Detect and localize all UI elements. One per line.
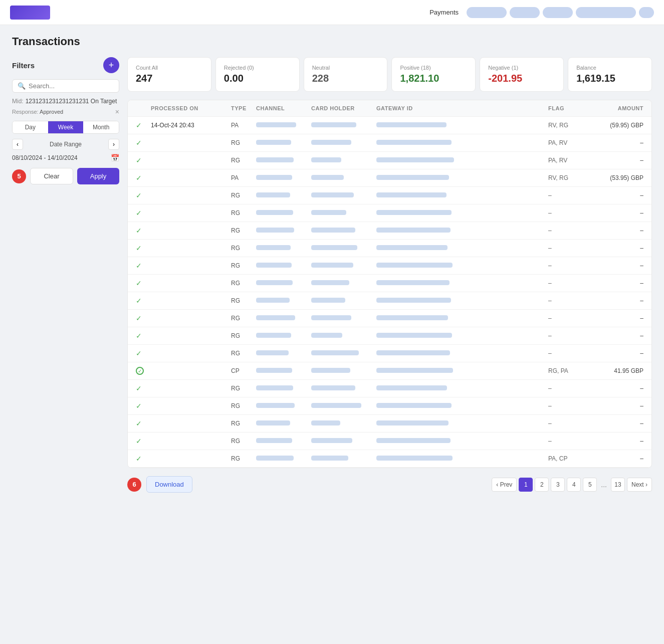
row-holder (311, 385, 376, 392)
table-row[interactable]: ✓ RG – – (128, 222, 651, 240)
add-filter-button[interactable]: + (103, 57, 119, 73)
apply-button[interactable]: Apply (77, 168, 119, 184)
next-page-button[interactable]: Next › (627, 478, 652, 492)
date-range-label: Date Range (50, 141, 82, 148)
table-row[interactable]: ✓ RG – – (128, 433, 651, 450)
page-1-button[interactable]: 1 (519, 478, 533, 492)
table-row[interactable]: ✓ RG PA, RV – (128, 134, 651, 152)
row-holder (311, 297, 376, 304)
table-row[interactable]: ✓ RG PA, CP – (128, 450, 651, 468)
row-amount: – (593, 385, 643, 392)
stat-rejected: Rejected (0) 0.00 (215, 57, 300, 92)
search-box[interactable]: 🔍 (12, 79, 119, 93)
nav-payments[interactable]: Payments (429, 9, 459, 16)
header-controls (467, 7, 654, 18)
row-holder (311, 438, 376, 445)
table-row[interactable]: ✓ RG – – (128, 187, 651, 204)
row-amount: – (593, 280, 643, 287)
row-holder (311, 315, 376, 322)
page-5-button[interactable]: 5 (583, 478, 597, 492)
row-check-icon: ✓ (136, 156, 151, 164)
row-type: PA (231, 122, 256, 129)
table-row[interactable]: ✓ RG – – (128, 397, 651, 415)
row-flag: – (548, 350, 593, 357)
row-type: PA (231, 174, 256, 181)
table-row[interactable]: ✓ RG – – (128, 345, 651, 362)
date-prev-button[interactable]: ‹ (12, 139, 23, 150)
month-button[interactable]: Month (83, 121, 119, 133)
table-row[interactable]: ✓ PA RV, RG (53.95) GBP (128, 169, 651, 187)
row-holder (311, 209, 376, 217)
row-channel (256, 455, 311, 462)
table-row[interactable]: ✓ RG – – (128, 257, 651, 275)
row-gateway (376, 420, 548, 427)
row-holder (311, 350, 376, 357)
remove-response-filter[interactable]: × (115, 108, 119, 116)
clear-button[interactable]: Clear (30, 168, 73, 184)
row-type: RG (231, 262, 256, 269)
week-button[interactable]: Week (48, 121, 84, 133)
table-row[interactable]: ✓ CP RG, PA 41.95 GBP (128, 362, 651, 380)
header-pill-1 (467, 7, 507, 18)
row-check-icon: ✓ (136, 332, 151, 340)
row-gateway (376, 350, 548, 357)
table-row[interactable]: ✓ RG – – (128, 380, 651, 397)
page-3-button[interactable]: 3 (551, 478, 565, 492)
row-channel (256, 209, 311, 217)
row-channel (256, 420, 311, 427)
row-flag: RV, RG (548, 174, 593, 181)
stat-count-all: Count All 247 (127, 57, 211, 92)
row-flag: PA, RV (548, 157, 593, 164)
row-check-icon: ✓ (136, 209, 151, 217)
th-gateway-id: GATEWAY ID (376, 105, 548, 111)
row-channel (256, 332, 311, 339)
row-type: RG (231, 420, 256, 427)
stat-negative-value: -201.95 (488, 73, 555, 84)
prev-page-button[interactable]: ‹ Prev (492, 478, 517, 492)
row-check-icon: ✓ (136, 437, 151, 445)
table-row[interactable]: ✓ RG PA, RV – (128, 152, 651, 169)
row-date: 14-Oct-24 20:43 (151, 122, 231, 129)
day-button[interactable]: Day (13, 121, 48, 133)
download-button[interactable]: Download (146, 476, 192, 493)
stat-balance-label: Balance (576, 65, 643, 71)
stat-neutral-label: Neutral (312, 65, 379, 71)
table-row[interactable]: ✓ RG – – (128, 415, 651, 433)
row-channel (256, 245, 311, 252)
row-amount: – (593, 297, 643, 304)
search-input[interactable] (29, 82, 114, 90)
table-row[interactable]: ✓ RG – – (128, 292, 651, 310)
row-holder (311, 420, 376, 427)
table-row[interactable]: ✓ RG – – (128, 240, 651, 257)
row-check-icon: ✓ (136, 262, 151, 270)
row-gateway (376, 209, 548, 217)
table-row[interactable]: ✓ RG – – (128, 204, 651, 222)
row-flag: – (548, 402, 593, 409)
row-gateway (376, 402, 548, 409)
table-row[interactable]: ✓ 14-Oct-24 20:43 PA RV, RG (59.95) GBP (128, 117, 651, 134)
page-13-button[interactable]: 13 (611, 478, 625, 492)
row-gateway (376, 315, 548, 322)
row-gateway (376, 174, 548, 181)
row-amount: – (593, 245, 643, 252)
row-flag: – (548, 385, 593, 392)
date-next-button[interactable]: › (108, 139, 119, 150)
calendar-icon[interactable]: 📅 (111, 154, 119, 162)
table-row[interactable]: ✓ RG – – (128, 310, 651, 327)
page-2-button[interactable]: 2 (535, 478, 549, 492)
row-amount: – (593, 455, 643, 462)
stats-row: Count All 247 Rejected (0) 0.00 Neutral … (127, 57, 652, 92)
row-check-icon: ✓ (136, 121, 151, 129)
row-gateway (376, 332, 548, 339)
stat-rejected-value: 0.00 (224, 73, 291, 84)
page-4-button[interactable]: 4 (567, 478, 581, 492)
time-period-selector: Day Week Month (12, 121, 119, 134)
row-amount: – (593, 315, 643, 322)
row-gateway (376, 297, 548, 304)
date-range-value: 08/10/2024 - 14/10/2024 (12, 154, 108, 161)
row-gateway (376, 157, 548, 164)
row-flag: – (548, 297, 593, 304)
table-row[interactable]: ✓ RG – – (128, 275, 651, 292)
row-channel (256, 297, 311, 304)
table-row[interactable]: ✓ RG – – (128, 327, 651, 345)
